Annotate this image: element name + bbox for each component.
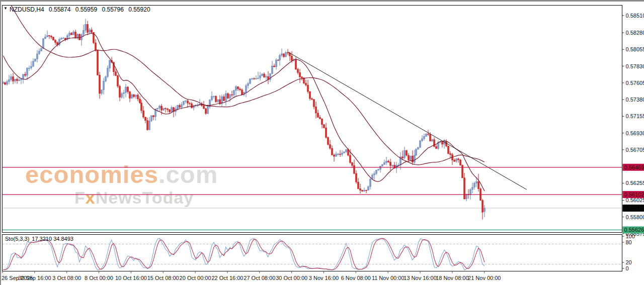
time-axis-label: 20 Oct 00:00 [180, 275, 211, 281]
chart-canvas[interactable]: 0.585100.582800.580550.578300.576050.573… [0, 0, 644, 285]
price-axis-label: 0.57380 [626, 97, 644, 103]
time-axis-label: 27 Oct 08:00 [244, 275, 275, 281]
time-axis-label: 30 Sep 16:00 [18, 275, 51, 281]
price-axis-label: 0.56930 [626, 130, 644, 136]
stochastic-scale-label: 0 [626, 265, 629, 271]
price-axis-label: 0.56705 [626, 147, 644, 153]
price-axis: 0.585100.582800.580550.578300.576050.573… [622, 13, 644, 237]
price-axis-label: 0.55800 [626, 214, 644, 220]
stochastic-signal-line [4, 239, 485, 270]
chevron-down-icon[interactable]: ▼ [4, 6, 8, 11]
ohlc-open: 0.55874 [49, 6, 70, 13]
time-axis-label: 30 Oct 00:00 [276, 275, 307, 281]
price-axis-label: 0.57830 [626, 63, 644, 69]
time-axis-label: 15 Oct 08:00 [147, 275, 179, 281]
time-axis-label: 22 Oct 16:00 [211, 275, 243, 281]
price-axis-label: 0.57605 [626, 80, 644, 86]
price-axis-label: 0.56025 [626, 197, 644, 203]
price-badge-label: 0.55626 [624, 227, 644, 233]
price-axis-label: 0.56255 [626, 180, 644, 186]
ohlc-high: 0.55959 [75, 6, 97, 13]
time-axis-label: 21 Nov 00:00 [468, 275, 501, 281]
chart-objects [3, 52, 622, 230]
stochastic-indicator-label: Sto(5,3,3)17.3210 34.8493 [5, 236, 76, 242]
price-badge-label: 0.55920 [624, 205, 644, 211]
price-axis-label: 0.57155 [626, 113, 644, 119]
symbol-timeframe-label: NZDUSD,H4 [10, 6, 44, 13]
price-badge-label: 0.56102 [624, 192, 644, 198]
stochastic-scale-label: 80 [626, 239, 632, 245]
chart-title: NZDUSD,H4 0.55874 0.55959 0.55796 0.5592… [10, 6, 153, 13]
ohlc-low: 0.55796 [102, 6, 123, 13]
descending-trendline[interactable] [288, 52, 526, 189]
time-axis-label: 3 Nov 16:00 [309, 275, 339, 281]
trading-chart-window: economies.com FxNewsToday 0.585100.58280… [0, 0, 644, 285]
price-axis-label: 0.58055 [626, 46, 644, 52]
time-axis-label: 11 Nov 00:00 [372, 275, 405, 281]
price-axis-label: 0.58280 [626, 30, 644, 36]
price-axis-label: 0.58510 [626, 13, 644, 19]
price-badge-label: 0.56469 [624, 164, 644, 170]
stochastic-scale-label: 100 [626, 233, 635, 239]
time-axis-label: 13 Nov 16:00 [404, 275, 436, 281]
time-axis: 26 Sep 202530 Sep 16:003 Oct 08:008 Oct … [2, 272, 501, 281]
main-chart-border [3, 6, 622, 233]
time-axis-label: 3 Oct 08:00 [52, 275, 81, 281]
stochastic-panel[interactable]: 10080200 [3, 233, 635, 271]
time-axis-label: 6 Nov 08:00 [341, 275, 371, 281]
time-axis-label: 10 Oct 16:00 [115, 275, 147, 281]
candlestick-series [3, 19, 486, 219]
ohlc-close: 0.55920 [128, 6, 150, 13]
stochastic-scale-label: 20 [626, 259, 632, 265]
time-axis-label: 18 Nov 08:00 [436, 275, 468, 281]
time-axis-label: 8 Oct 00:00 [85, 275, 113, 281]
ma-45-line[interactable] [4, 0, 485, 165]
